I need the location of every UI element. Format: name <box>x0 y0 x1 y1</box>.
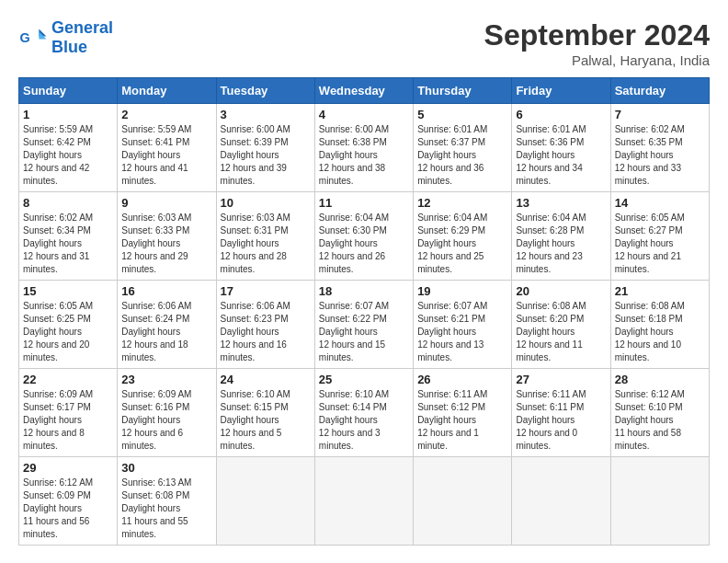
weekday-wednesday: Wednesday <box>314 78 413 104</box>
calendar-cell <box>610 457 709 546</box>
day-number: 4 <box>319 108 409 121</box>
calendar-cell: 12 Sunrise: 6:04 AM Sunset: 6:29 PM Dayl… <box>414 192 512 281</box>
calendar-cell: 1 Sunrise: 5:59 AM Sunset: 6:42 PM Dayli… <box>19 104 118 192</box>
day-info: Sunrise: 6:11 AM Sunset: 6:12 PM Dayligh… <box>417 388 507 453</box>
weekday-thursday: Thursday <box>414 78 512 104</box>
calendar-cell: 10 Sunrise: 6:03 AM Sunset: 6:31 PM Dayl… <box>216 192 314 281</box>
weekday-sunday: Sunday <box>19 78 118 104</box>
day-info: Sunrise: 6:03 AM Sunset: 6:33 PM Dayligh… <box>121 212 211 276</box>
logo: G General Blue <box>18 18 113 57</box>
day-info: Sunrise: 6:08 AM Sunset: 6:18 PM Dayligh… <box>615 300 705 364</box>
day-info: Sunrise: 6:00 AM Sunset: 6:39 PM Dayligh… <box>221 123 311 188</box>
calendar-cell: 7 Sunrise: 6:02 AM Sunset: 6:35 PM Dayli… <box>610 104 709 192</box>
day-info: Sunrise: 6:12 AM Sunset: 6:10 PM Dayligh… <box>615 388 705 453</box>
calendar-cell: 6 Sunrise: 6:01 AM Sunset: 6:36 PM Dayli… <box>512 104 610 192</box>
calendar-week-2: 8 Sunrise: 6:02 AM Sunset: 6:34 PM Dayli… <box>19 192 710 281</box>
calendar-cell: 15 Sunrise: 6:05 AM Sunset: 6:25 PM Dayl… <box>19 281 118 369</box>
day-number: 9 <box>121 196 211 210</box>
day-number: 5 <box>417 108 507 121</box>
day-info: Sunrise: 6:07 AM Sunset: 6:21 PM Dayligh… <box>417 300 507 364</box>
day-info: Sunrise: 6:09 AM Sunset: 6:17 PM Dayligh… <box>23 388 113 453</box>
day-info: Sunrise: 6:11 AM Sunset: 6:11 PM Dayligh… <box>516 388 606 453</box>
day-number: 10 <box>221 196 311 210</box>
day-number: 14 <box>615 196 705 210</box>
svg-text:G: G <box>20 30 30 45</box>
calendar-cell: 8 Sunrise: 6:02 AM Sunset: 6:34 PM Dayli… <box>19 192 118 281</box>
day-info: Sunrise: 6:06 AM Sunset: 6:23 PM Dayligh… <box>221 300 311 364</box>
day-info: Sunrise: 6:01 AM Sunset: 6:37 PM Dayligh… <box>417 123 507 188</box>
day-info: Sunrise: 6:05 AM Sunset: 6:27 PM Dayligh… <box>615 212 705 276</box>
day-number: 29 <box>23 461 113 475</box>
page-header: G General Blue September 2024 Palwal, Ha… <box>18 18 710 68</box>
day-info: Sunrise: 5:59 AM Sunset: 6:42 PM Dayligh… <box>23 123 113 188</box>
calendar-body: 1 Sunrise: 5:59 AM Sunset: 6:42 PM Dayli… <box>19 104 710 546</box>
calendar-cell: 9 Sunrise: 6:03 AM Sunset: 6:33 PM Dayli… <box>118 192 216 281</box>
logo-icon: G <box>18 23 48 52</box>
day-info: Sunrise: 5:59 AM Sunset: 6:41 PM Dayligh… <box>121 123 211 188</box>
day-number: 21 <box>615 284 705 298</box>
day-number: 12 <box>417 196 507 210</box>
day-number: 23 <box>121 373 211 386</box>
weekday-friday: Friday <box>512 78 610 104</box>
calendar-cell: 28 Sunrise: 6:12 AM Sunset: 6:10 PM Dayl… <box>610 369 709 457</box>
location: Palwal, Haryana, India <box>484 52 710 68</box>
calendar-cell: 25 Sunrise: 6:10 AM Sunset: 6:14 PM Dayl… <box>314 369 413 457</box>
day-info: Sunrise: 6:02 AM Sunset: 6:35 PM Dayligh… <box>615 123 705 188</box>
calendar-cell: 21 Sunrise: 6:08 AM Sunset: 6:18 PM Dayl… <box>610 281 709 369</box>
calendar-cell: 16 Sunrise: 6:06 AM Sunset: 6:24 PM Dayl… <box>118 281 216 369</box>
day-number: 13 <box>516 196 606 210</box>
weekday-header-row: SundayMondayTuesdayWednesdayThursdayFrid… <box>19 78 710 104</box>
day-number: 27 <box>516 373 606 386</box>
calendar-cell: 14 Sunrise: 6:05 AM Sunset: 6:27 PM Dayl… <box>610 192 709 281</box>
calendar-week-5: 29 Sunrise: 6:12 AM Sunset: 6:09 PM Dayl… <box>19 457 710 546</box>
day-info: Sunrise: 6:13 AM Sunset: 6:08 PM Dayligh… <box>121 477 211 541</box>
title-block: September 2024 Palwal, Haryana, India <box>484 18 710 68</box>
calendar-cell: 19 Sunrise: 6:07 AM Sunset: 6:21 PM Dayl… <box>414 281 512 369</box>
day-number: 28 <box>615 373 705 386</box>
calendar-cell <box>512 457 610 546</box>
calendar-week-1: 1 Sunrise: 5:59 AM Sunset: 6:42 PM Dayli… <box>19 104 710 192</box>
day-info: Sunrise: 6:00 AM Sunset: 6:38 PM Dayligh… <box>319 123 409 188</box>
calendar-cell: 30 Sunrise: 6:13 AM Sunset: 6:08 PM Dayl… <box>118 457 216 546</box>
day-number: 11 <box>319 196 409 210</box>
day-number: 30 <box>121 461 211 475</box>
day-number: 24 <box>221 373 311 386</box>
calendar-cell <box>314 457 413 546</box>
day-info: Sunrise: 6:04 AM Sunset: 6:28 PM Dayligh… <box>516 212 606 276</box>
calendar-cell: 11 Sunrise: 6:04 AM Sunset: 6:30 PM Dayl… <box>314 192 413 281</box>
day-info: Sunrise: 6:04 AM Sunset: 6:29 PM Dayligh… <box>417 212 507 276</box>
day-number: 18 <box>319 284 409 298</box>
day-number: 2 <box>121 108 211 121</box>
logo-blue: Blue <box>51 38 113 57</box>
day-number: 16 <box>121 284 211 298</box>
day-info: Sunrise: 6:10 AM Sunset: 6:15 PM Dayligh… <box>221 388 311 453</box>
day-info: Sunrise: 6:07 AM Sunset: 6:22 PM Dayligh… <box>319 300 409 364</box>
calendar-cell: 26 Sunrise: 6:11 AM Sunset: 6:12 PM Dayl… <box>414 369 512 457</box>
calendar-cell <box>414 457 512 546</box>
calendar-cell: 20 Sunrise: 6:08 AM Sunset: 6:20 PM Dayl… <box>512 281 610 369</box>
calendar-cell: 18 Sunrise: 6:07 AM Sunset: 6:22 PM Dayl… <box>314 281 413 369</box>
day-number: 17 <box>221 284 311 298</box>
day-number: 19 <box>417 284 507 298</box>
month-title: September 2024 <box>484 18 710 52</box>
day-number: 20 <box>516 284 606 298</box>
day-number: 6 <box>516 108 606 121</box>
day-info: Sunrise: 6:03 AM Sunset: 6:31 PM Dayligh… <box>221 212 311 276</box>
day-info: Sunrise: 6:06 AM Sunset: 6:24 PM Dayligh… <box>121 300 211 364</box>
calendar-week-3: 15 Sunrise: 6:05 AM Sunset: 6:25 PM Dayl… <box>19 281 710 369</box>
calendar-cell: 3 Sunrise: 6:00 AM Sunset: 6:39 PM Dayli… <box>216 104 314 192</box>
calendar-cell: 13 Sunrise: 6:04 AM Sunset: 6:28 PM Dayl… <box>512 192 610 281</box>
day-info: Sunrise: 6:05 AM Sunset: 6:25 PM Dayligh… <box>23 300 113 364</box>
day-number: 26 <box>417 373 507 386</box>
weekday-saturday: Saturday <box>610 78 709 104</box>
day-info: Sunrise: 6:09 AM Sunset: 6:16 PM Dayligh… <box>121 388 211 453</box>
day-number: 1 <box>23 108 113 121</box>
day-info: Sunrise: 6:02 AM Sunset: 6:34 PM Dayligh… <box>23 212 113 276</box>
day-number: 7 <box>615 108 705 121</box>
calendar-cell: 27 Sunrise: 6:11 AM Sunset: 6:11 PM Dayl… <box>512 369 610 457</box>
day-info: Sunrise: 6:10 AM Sunset: 6:14 PM Dayligh… <box>319 388 409 453</box>
day-info: Sunrise: 6:12 AM Sunset: 6:09 PM Dayligh… <box>23 477 113 541</box>
day-number: 3 <box>221 108 311 121</box>
calendar-week-4: 22 Sunrise: 6:09 AM Sunset: 6:17 PM Dayl… <box>19 369 710 457</box>
calendar-cell: 2 Sunrise: 5:59 AM Sunset: 6:41 PM Dayli… <box>118 104 216 192</box>
